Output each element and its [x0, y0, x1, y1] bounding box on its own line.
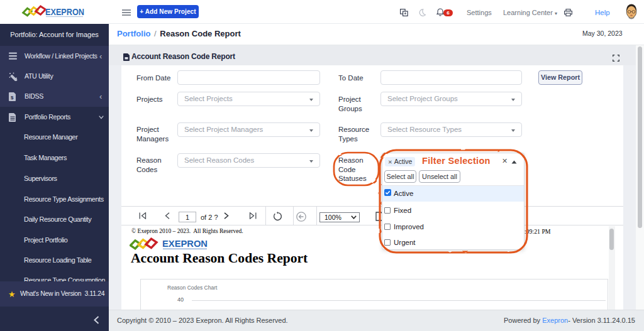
svg-text:EXEPRON: EXEPRON — [45, 7, 84, 17]
svg-text:EXEPRON: EXEPRON — [162, 238, 208, 249]
